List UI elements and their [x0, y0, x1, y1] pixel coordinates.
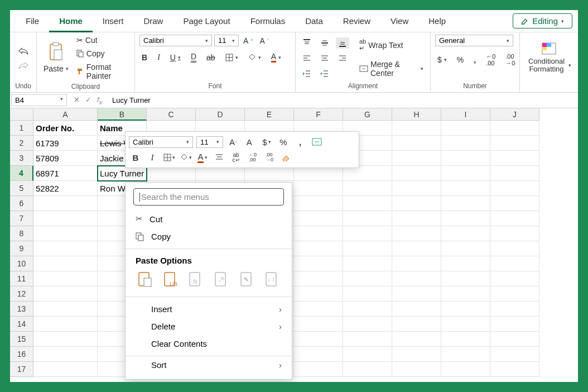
- col-header-J[interactable]: J: [490, 108, 539, 121]
- paste-link-button[interactable]: [263, 270, 282, 289]
- row-header-1[interactable]: 1: [10, 121, 33, 136]
- mini-borders-button[interactable]: ▾: [162, 151, 176, 164]
- borders-button[interactable]: ▾: [223, 52, 240, 63]
- editing-mode-button[interactable]: Editing ▾: [513, 13, 572, 28]
- mini-font-color-button[interactable]: A▾: [196, 151, 209, 164]
- cell-F16[interactable]: [294, 347, 343, 362]
- row-header-15[interactable]: 15: [10, 332, 33, 347]
- fill-color-button[interactable]: ▾: [246, 52, 263, 63]
- cell-J12[interactable]: [490, 286, 539, 302]
- strikethrough-button[interactable]: ab: [204, 52, 218, 63]
- cell-H7[interactable]: [392, 211, 441, 226]
- menu-search-input[interactable]: Search the menus: [133, 188, 284, 205]
- cell-H13[interactable]: [392, 302, 441, 317]
- mini-font-select[interactable]: Calibri▾: [129, 136, 193, 148]
- format-painter-button[interactable]: Format Painter: [74, 61, 130, 82]
- bold-button[interactable]: B: [139, 52, 150, 63]
- row-header-10[interactable]: 10: [10, 256, 33, 271]
- cell-A1[interactable]: Order No.: [33, 121, 98, 136]
- ctx-cut[interactable]: ✂ Cut: [126, 210, 292, 228]
- mini-shrink-font-button[interactable]: Aˇ: [243, 135, 257, 149]
- tab-page-layout[interactable]: Page Layout: [173, 10, 240, 32]
- cell-A5[interactable]: 52822: [33, 181, 98, 196]
- merge-center-button[interactable]: Merge & Center ▾: [357, 59, 426, 79]
- cell-G10[interactable]: [343, 256, 392, 271]
- shrink-font-button[interactable]: Aˇ: [258, 35, 271, 46]
- copy-button[interactable]: Copy: [74, 48, 130, 59]
- tab-data[interactable]: Data: [295, 10, 333, 32]
- undo-button[interactable]: [17, 46, 30, 55]
- cell-A12[interactable]: [33, 286, 98, 302]
- row-header-2[interactable]: 2: [10, 136, 33, 151]
- cell-I14[interactable]: [441, 317, 490, 332]
- col-header-C[interactable]: C: [147, 108, 196, 121]
- cell-H12[interactable]: [392, 286, 441, 302]
- cell-F13[interactable]: [294, 302, 343, 317]
- font-size-select[interactable]: 11▾: [214, 35, 239, 46]
- cell-A8[interactable]: [33, 226, 98, 241]
- cell-I12[interactable]: [441, 286, 490, 302]
- col-header-I[interactable]: I: [441, 108, 490, 121]
- cell-G17[interactable]: [343, 362, 392, 377]
- ctx-clear-contents[interactable]: Clear Contents: [126, 335, 292, 352]
- cell-I9[interactable]: [441, 241, 490, 256]
- cell-I3[interactable]: [441, 151, 490, 166]
- cell-I13[interactable]: [441, 302, 490, 317]
- redo-button[interactable]: [17, 61, 30, 70]
- align-right-button[interactable]: [336, 53, 349, 64]
- cell-H11[interactable]: [392, 271, 441, 286]
- percent-button[interactable]: %: [455, 54, 466, 65]
- cell-I11[interactable]: [441, 271, 490, 286]
- row-header-5[interactable]: 5: [10, 181, 33, 196]
- cell-G7[interactable]: [343, 211, 392, 226]
- row-header-11[interactable]: 11: [10, 271, 33, 286]
- cell-G5[interactable]: [343, 181, 392, 196]
- cell-A2[interactable]: 61739: [33, 136, 98, 151]
- number-format-select[interactable]: General▾: [435, 35, 513, 46]
- cell-H15[interactable]: [392, 332, 441, 347]
- cell-I5[interactable]: [441, 181, 490, 196]
- select-all-corner[interactable]: [10, 108, 33, 121]
- mini-increase-decimal-button[interactable]: ←0.00: [246, 151, 259, 164]
- increase-indent-button[interactable]: [318, 69, 331, 79]
- cell-F4[interactable]: [294, 166, 343, 181]
- tab-view[interactable]: View: [380, 10, 418, 32]
- align-middle-button[interactable]: [318, 37, 331, 49]
- name-box[interactable]: B4▾: [11, 94, 67, 106]
- cell-H14[interactable]: [392, 317, 441, 332]
- row-header-8[interactable]: 8: [10, 226, 33, 241]
- tab-insert[interactable]: Insert: [93, 10, 134, 32]
- cell-H4[interactable]: [392, 166, 441, 181]
- cell-J10[interactable]: [490, 256, 539, 271]
- col-header-H[interactable]: H: [392, 108, 441, 121]
- cell-I1[interactable]: [441, 121, 490, 136]
- tab-file[interactable]: File: [16, 10, 49, 32]
- col-header-A[interactable]: A: [33, 108, 98, 121]
- tab-review[interactable]: Review: [333, 10, 380, 32]
- underline-button[interactable]: U ▾: [168, 52, 183, 63]
- cell-A3[interactable]: 57809: [33, 151, 98, 166]
- tab-draw[interactable]: Draw: [133, 10, 173, 32]
- cell-A9[interactable]: [33, 241, 98, 256]
- cell-J7[interactable]: [490, 211, 539, 226]
- conditional-formatting-icon[interactable]: [541, 42, 557, 55]
- paste-label[interactable]: Paste ▾: [41, 63, 71, 74]
- cell-F15[interactable]: [294, 332, 343, 347]
- decrease-decimal-button[interactable]: .00→0: [503, 52, 517, 68]
- cell-F7[interactable]: [294, 211, 343, 226]
- paste-formatting-button[interactable]: [238, 270, 257, 289]
- cell-J15[interactable]: [490, 332, 539, 347]
- cell-I15[interactable]: [441, 332, 490, 347]
- cell-J17[interactable]: [490, 362, 539, 377]
- row-header-7[interactable]: 7: [10, 211, 33, 226]
- row-header-3[interactable]: 3: [10, 151, 33, 166]
- row-header-4[interactable]: 4: [10, 166, 33, 181]
- formula-input[interactable]: Lucy Turner: [109, 96, 151, 104]
- cell-J4[interactable]: [490, 166, 539, 181]
- cell-F8[interactable]: [294, 226, 343, 241]
- conditional-formatting-button[interactable]: Conditional Formatting ▾: [524, 56, 573, 74]
- cell-G14[interactable]: [343, 317, 392, 332]
- currency-button[interactable]: $ ▾: [435, 54, 449, 65]
- cell-F11[interactable]: [294, 271, 343, 286]
- row-header-6[interactable]: 6: [10, 196, 33, 211]
